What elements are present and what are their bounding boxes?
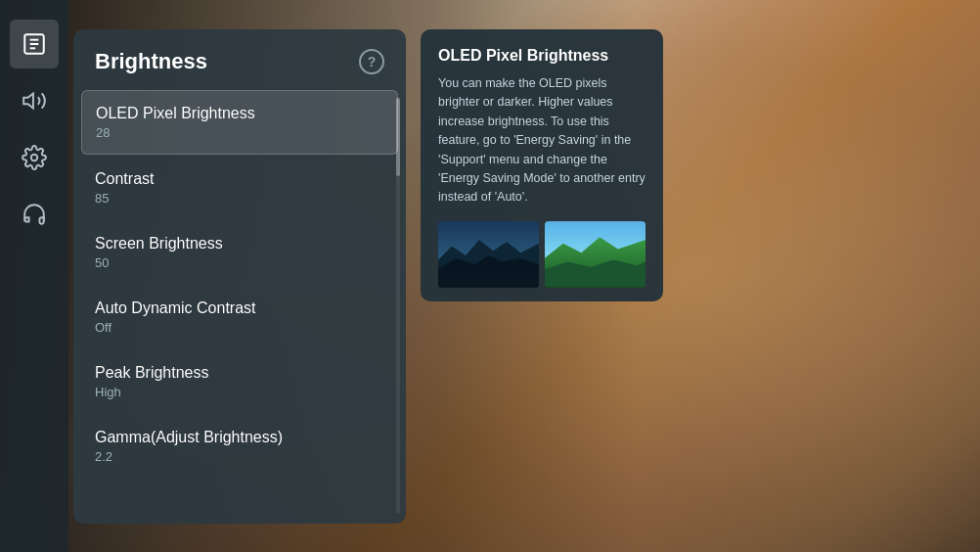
menu-item-gamma-label: Gamma(Adjust Brightness) (95, 429, 384, 446)
info-panel: OLED Pixel Brightness You can make the O… (421, 29, 663, 301)
menu-item-peak-brightness[interactable]: Peak Brightness High (81, 350, 398, 413)
scroll-thumb[interactable] (396, 98, 400, 176)
sidebar-item-headphones[interactable] (10, 190, 59, 239)
info-text: You can make the OLED pixels brighter or… (438, 74, 646, 207)
sidebar-item-settings[interactable] (10, 133, 59, 182)
panel-header: Brightness ? (73, 29, 406, 90)
menu-item-auto-value: Off (95, 320, 384, 335)
menu-item-contrast-label: Contrast (95, 170, 384, 188)
menu-item-auto-dynamic[interactable]: Auto Dynamic Contrast Off (81, 286, 398, 348)
svg-point-5 (31, 155, 38, 161)
menu-item-contrast[interactable]: Contrast 85 (81, 157, 398, 219)
scroll-indicator (396, 98, 400, 514)
menu-item-oled-label: OLED Pixel Brightness (96, 105, 383, 122)
panel-title: Brightness (95, 49, 207, 74)
sidebar-item-audio[interactable] (10, 76, 59, 125)
menu-list: OLED Pixel Brightness 28 Contrast 85 Scr… (73, 90, 406, 480)
sidebar (0, 0, 68, 552)
menu-item-gamma-value: 2.2 (95, 449, 384, 464)
menu-item-screen-brightness[interactable]: Screen Brightness 50 (81, 221, 398, 284)
menu-item-peak-label: Peak Brightness (95, 364, 384, 382)
menu-item-peak-value: High (95, 385, 384, 399)
sidebar-item-brightness[interactable] (10, 20, 59, 69)
info-images (438, 221, 646, 288)
menu-item-oled-value: 28 (96, 125, 383, 140)
menu-item-contrast-value: 85 (95, 191, 384, 206)
info-image-dark (438, 221, 539, 288)
menu-item-screen-value: 50 (95, 255, 384, 270)
brightness-panel: Brightness ? OLED Pixel Brightness 28 Co… (73, 29, 406, 524)
help-icon[interactable]: ? (359, 49, 384, 74)
menu-item-auto-label: Auto Dynamic Contrast (95, 299, 384, 317)
menu-item-gamma[interactable]: Gamma(Adjust Brightness) 2.2 (81, 415, 398, 478)
menu-item-oled-pixel[interactable]: OLED Pixel Brightness 28 (81, 90, 398, 155)
svg-marker-4 (23, 93, 33, 108)
info-title: OLED Pixel Brightness (438, 47, 646, 65)
info-image-bright (545, 221, 646, 288)
menu-item-screen-label: Screen Brightness (95, 235, 384, 253)
